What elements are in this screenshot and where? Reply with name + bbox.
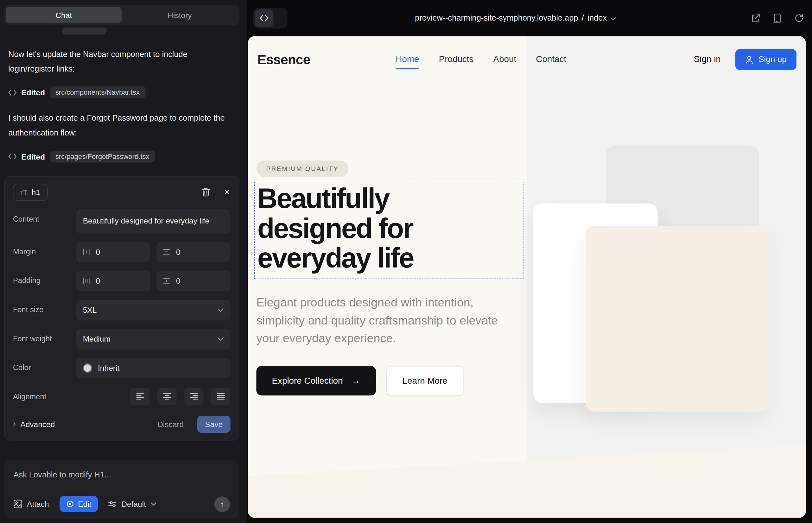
edited-label: Edited bbox=[21, 88, 45, 97]
code-icon bbox=[8, 90, 16, 96]
edit-mode-button[interactable]: Edit bbox=[59, 496, 98, 512]
margin-vertical-icon bbox=[162, 248, 170, 256]
nav-link-about[interactable]: About bbox=[493, 54, 516, 65]
edit-label: Edit bbox=[78, 500, 91, 508]
chat-scroll-area[interactable]: Now let's update the Navbar component to… bbox=[0, 25, 247, 453]
font-weight-select[interactable]: Medium bbox=[76, 329, 230, 349]
chat-input[interactable]: Ask Lovable to modify H1... bbox=[14, 470, 230, 482]
padding-x-value: 0 bbox=[96, 276, 100, 285]
explore-collection-button[interactable]: Explore Collection → bbox=[256, 366, 376, 395]
font-weight-value: Medium bbox=[83, 334, 110, 343]
chevron-down-icon bbox=[217, 337, 224, 341]
preview-pane: preview--charming-site-symphony.lovable.… bbox=[247, 0, 812, 523]
send-button[interactable]: ↑ bbox=[214, 496, 230, 511]
model-default-select[interactable]: Default bbox=[108, 500, 156, 508]
hero-cta-row: Explore Collection → Learn More bbox=[256, 366, 463, 395]
align-center-button[interactable] bbox=[157, 387, 176, 405]
hero-heading-line: designed for bbox=[258, 214, 524, 244]
align-left-button[interactable] bbox=[130, 387, 149, 405]
color-select[interactable]: Inherit bbox=[76, 357, 230, 378]
assistant-message: Now let's update the Navbar component to… bbox=[8, 47, 235, 76]
padding-vertical-icon bbox=[162, 277, 170, 285]
delete-element-button[interactable] bbox=[201, 187, 210, 197]
file-chip[interactable]: src/components/Navbar.tsx bbox=[50, 87, 145, 99]
site-logo[interactable]: Essence bbox=[258, 52, 310, 68]
chat-history-tabbar: Chat History bbox=[4, 5, 239, 25]
align-right-icon bbox=[190, 393, 198, 400]
default-label: Default bbox=[121, 500, 146, 508]
sign-up-button[interactable]: Sign up bbox=[735, 49, 796, 70]
sign-in-button[interactable]: Sign in bbox=[691, 54, 724, 65]
open-in-new-tab-button[interactable] bbox=[751, 14, 760, 23]
content-row: Content Beautifully designed for everyda… bbox=[13, 209, 231, 233]
edited-file-row: Edited src/components/Navbar.tsx bbox=[8, 87, 239, 99]
topbar-actions bbox=[751, 13, 804, 23]
chevron-right-icon: › bbox=[13, 419, 16, 429]
mobile-preview-button[interactable] bbox=[774, 13, 781, 23]
nav-link-products[interactable]: Products bbox=[439, 54, 474, 65]
discard-button[interactable]: Discard bbox=[154, 419, 187, 429]
nav-link-home[interactable]: Home bbox=[395, 54, 419, 69]
tab-chat[interactable]: Chat bbox=[6, 7, 122, 23]
refresh-button[interactable] bbox=[794, 14, 804, 23]
alignment-row: Alignment bbox=[13, 386, 231, 405]
font-size-value: 5XL bbox=[83, 306, 97, 314]
content-input[interactable]: Beautifully designed for everyday life bbox=[76, 209, 230, 233]
edit-target-icon bbox=[66, 500, 74, 508]
advanced-label: Advanced bbox=[20, 419, 55, 428]
margin-x-value: 0 bbox=[96, 248, 100, 256]
url-separator: / bbox=[582, 14, 584, 23]
attach-label: Attach bbox=[27, 500, 49, 508]
padding-label: Padding bbox=[13, 270, 76, 291]
scrolled-chip bbox=[62, 28, 107, 35]
learn-more-button[interactable]: Learn More bbox=[386, 366, 464, 395]
arrow-up-icon: ↑ bbox=[220, 500, 224, 508]
font-size-select[interactable]: 5XL bbox=[76, 300, 230, 320]
attach-button[interactable]: Attach bbox=[14, 500, 49, 508]
color-label: Color bbox=[13, 357, 76, 378]
code-view-button[interactable] bbox=[255, 9, 273, 27]
margin-horizontal-icon bbox=[82, 248, 90, 256]
selected-h1-element[interactable]: Beautifully designed for everyday life bbox=[254, 182, 524, 279]
align-center-icon bbox=[163, 393, 171, 400]
preview-url-bar[interactable]: preview--charming-site-symphony.lovable.… bbox=[415, 0, 616, 36]
view-mode-toggle bbox=[253, 8, 287, 29]
padding-x-input[interactable]: 0 bbox=[76, 270, 150, 291]
file-chip[interactable]: src/pages/ForgotPassword.tsx bbox=[50, 151, 155, 163]
align-right-button[interactable] bbox=[184, 387, 203, 405]
advanced-toggle[interactable]: › Advanced bbox=[13, 419, 55, 429]
assistant-message: I should also create a Forgot Password p… bbox=[8, 111, 235, 140]
chevron-down-icon bbox=[151, 502, 156, 506]
align-justify-icon bbox=[217, 393, 225, 400]
edited-file-row: Edited src/pages/ForgotPassword.tsx bbox=[8, 151, 239, 163]
chat-composer: Ask Lovable to modify H1... Attach Edit bbox=[4, 460, 239, 519]
alignment-label: Alignment bbox=[13, 386, 76, 405]
site-nav-links: Home Products About Contact bbox=[395, 54, 566, 65]
site-navbar: Essence Home Products About Contact Sign… bbox=[248, 36, 806, 83]
padding-y-input[interactable]: 0 bbox=[156, 270, 231, 291]
inspector-footer: › Advanced Discard Save bbox=[13, 413, 231, 434]
padding-y-value: 0 bbox=[176, 276, 180, 285]
selected-element-tag[interactable]: тT h1 bbox=[13, 184, 48, 201]
hero-cream-card bbox=[586, 226, 769, 412]
close-icon: ✕ bbox=[224, 187, 231, 197]
explore-collection-label: Explore Collection bbox=[272, 376, 343, 386]
color-row: Color Inherit bbox=[13, 357, 231, 378]
nav-link-contact[interactable]: Contact bbox=[536, 54, 566, 65]
align-justify-button[interactable] bbox=[211, 387, 231, 405]
margin-x-input[interactable]: 0 bbox=[76, 241, 150, 262]
image-attach-icon bbox=[14, 500, 22, 508]
app-window: Chat History Now let's update the Navbar… bbox=[0, 0, 812, 523]
hero-heading: Beautifully designed for everyday life bbox=[258, 184, 524, 273]
site-nav-auth: Sign in Sign up bbox=[691, 49, 796, 70]
chevron-down-icon bbox=[610, 17, 616, 20]
save-button[interactable]: Save bbox=[197, 415, 231, 432]
sliders-icon bbox=[108, 500, 117, 507]
hero-heading-line: everyday life bbox=[258, 244, 524, 273]
tab-history[interactable]: History bbox=[122, 7, 237, 23]
padding-row: Padding 0 0 bbox=[13, 270, 231, 291]
close-inspector-button[interactable]: ✕ bbox=[224, 187, 231, 197]
margin-y-input[interactable]: 0 bbox=[156, 241, 231, 262]
align-left-icon bbox=[136, 393, 144, 400]
user-icon bbox=[745, 55, 754, 64]
